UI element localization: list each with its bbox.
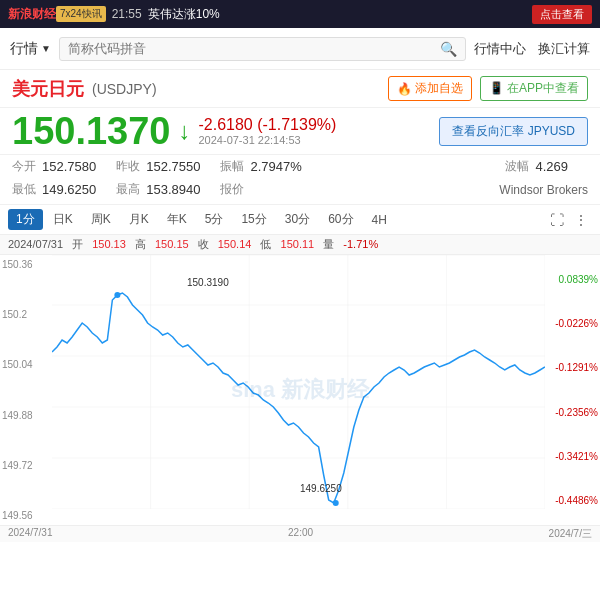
y-label-3: 150.04 <box>0 359 52 370</box>
chart-date: 2024/07/31 <box>8 238 63 250</box>
chart-close-val: 150.14 <box>218 238 252 250</box>
nav-links: 行情中心 换汇计算 <box>474 40 590 58</box>
stat-range: 振幅 2.7947% <box>220 158 301 175</box>
watchlist-label: 添加自选 <box>415 80 463 97</box>
price-left: 150.1370 ↓ -2.6180 (-1.7139%) 2024-07-31… <box>12 112 336 150</box>
prev-value: 152.7550 <box>146 159 200 174</box>
market-label: 行情 <box>10 40 38 58</box>
broker-name: Windsor Brokers <box>499 183 588 197</box>
reverse-rate-button[interactable]: 查看反向汇率 JPYUSD <box>439 117 588 146</box>
y-label-2: 150.2 <box>0 309 52 320</box>
chart-right-labels: 0.0839% -0.0226% -0.1291% -0.2356% -0.34… <box>545 255 600 525</box>
tf-yeark[interactable]: 年K <box>159 209 195 230</box>
tf-15min[interactable]: 15分 <box>233 209 274 230</box>
ticker-bar: 新浪财经 7x24快讯 21:55 英伟达涨10% 点击查看 <box>0 0 600 28</box>
open-label: 今开 <box>12 158 36 175</box>
stat-high: 最高 153.8940 <box>116 181 200 198</box>
x-label-1: 2024/7/31 <box>8 527 53 541</box>
tf-weekk[interactable]: 周K <box>83 209 119 230</box>
low-label: 最低 <box>12 181 36 198</box>
view-app-button[interactable]: 📱 在APP中查看 <box>480 76 588 101</box>
range-value: 2.7947% <box>250 159 301 174</box>
stat-open: 今开 152.7580 <box>12 158 96 175</box>
chart-high-label: 高 <box>135 238 146 250</box>
annotation-low: 149.6250 <box>300 483 342 494</box>
search-input[interactable] <box>68 41 440 56</box>
tf-1min[interactable]: 1分 <box>8 209 43 230</box>
ticker-cta-button[interactable]: 点击查看 <box>532 5 592 24</box>
y-label-1: 150.36 <box>0 259 52 270</box>
right-label-4: -0.2356% <box>545 407 600 418</box>
chart-open-val: 150.13 <box>92 238 126 250</box>
search-input-wrap: 🔍 <box>59 37 466 61</box>
ticker-badge: 7x24快讯 <box>56 6 106 22</box>
tf-60min[interactable]: 60分 <box>320 209 361 230</box>
chart-info-bar: 2024/07/31 开 150.13 高 150.15 收 150.14 低 … <box>0 235 600 255</box>
nav-market-center[interactable]: 行情中心 <box>474 40 526 58</box>
chart-low-val: 150.11 <box>281 238 315 250</box>
app-label: 在APP中查看 <box>507 81 579 95</box>
stat-prev: 昨收 152.7550 <box>116 158 200 175</box>
tf-5min[interactable]: 5分 <box>197 209 232 230</box>
svg-point-11 <box>114 292 120 298</box>
stats-row-2: 最低 149.6250 最高 153.8940 报价 Windsor Broke… <box>0 178 600 205</box>
high-value: 153.8940 <box>146 182 200 197</box>
logo-text: 新浪财经 <box>8 6 56 23</box>
high-label: 最高 <box>116 181 140 198</box>
currency-name: 美元日元 <box>12 77 84 101</box>
chart-container: 150.36 150.2 150.04 149.88 149.72 149.56 <box>0 255 600 525</box>
main-price: 150.1370 <box>12 112 171 150</box>
search-icon: 🔍 <box>440 41 457 57</box>
y-label-4: 149.88 <box>0 410 52 421</box>
more-options-icon[interactable]: ⋮ <box>570 210 592 230</box>
price-chart-svg <box>52 255 545 509</box>
prev-label: 昨收 <box>116 158 140 175</box>
search-bar: 行情 ▼ 🔍 行情中心 换汇计算 <box>0 28 600 70</box>
add-watchlist-button[interactable]: 🔥 添加自选 <box>388 76 472 101</box>
chart-open-label: 开 <box>72 238 83 250</box>
chart-svg-area: 150.3190 149.6250 <box>52 255 545 509</box>
right-label-1: 0.0839% <box>545 274 600 285</box>
chart-vol-val: -1.71% <box>343 238 378 250</box>
tf-dayk[interactable]: 日K <box>45 209 81 230</box>
wave-label: 波幅 <box>505 158 529 175</box>
fullscreen-icon[interactable]: ⛶ <box>546 210 568 230</box>
chart-close-label: 收 <box>198 238 209 250</box>
tf-30min[interactable]: 30分 <box>277 209 318 230</box>
svg-point-12 <box>333 500 339 506</box>
chart-vol-label: 量 <box>323 238 334 250</box>
stat-quote: 报价 <box>220 181 244 198</box>
ticker-news: 英伟达涨10% <box>148 6 220 23</box>
right-label-6: -0.4486% <box>545 495 600 506</box>
change-value: -2.6180 (-1.7139%) <box>199 116 337 134</box>
price-arrow-icon: ↓ <box>179 117 191 145</box>
stat-low: 最低 149.6250 <box>12 181 96 198</box>
market-dropdown[interactable]: 行情 ▼ <box>10 40 51 58</box>
currency-title: 美元日元 (USDJPY) <box>12 77 157 101</box>
annotation-high: 150.3190 <box>187 277 229 288</box>
right-label-2: -0.0226% <box>545 318 600 329</box>
fire-icon: 🔥 <box>397 82 412 96</box>
nav-exchange-calc[interactable]: 换汇计算 <box>538 40 590 58</box>
tf-monthk[interactable]: 月K <box>121 209 157 230</box>
chart-low-label: 低 <box>260 238 271 250</box>
chart-high-val: 150.15 <box>155 238 189 250</box>
stat-wave: 波幅 4.269 <box>505 158 568 175</box>
x-axis-bar: 2024/7/31 22:00 2024/7/三 <box>0 525 600 542</box>
right-label-5: -0.3421% <box>545 451 600 462</box>
chevron-down-icon: ▼ <box>41 43 51 54</box>
tf-4h[interactable]: 4H <box>364 211 395 229</box>
quote-label: 报价 <box>220 181 244 198</box>
low-value: 149.6250 <box>42 182 96 197</box>
right-label-3: -0.1291% <box>545 362 600 373</box>
currency-header: 美元日元 (USDJPY) 🔥 添加自选 📱 在APP中查看 <box>0 70 600 108</box>
y-label-6: 149.56 <box>0 510 52 521</box>
phone-icon: 📱 <box>489 81 504 95</box>
price-change: -2.6180 (-1.7139%) 2024-07-31 22:14:53 <box>199 116 337 146</box>
currency-code: (USDJPY) <box>92 81 157 97</box>
stats-row-1: 今开 152.7580 昨收 152.7550 振幅 2.7947% 波幅 4.… <box>0 154 600 178</box>
wave-value: 4.269 <box>535 159 568 174</box>
ticker-logo: 新浪财经 <box>8 6 56 23</box>
x-label-3: 22:00 <box>288 527 313 541</box>
chart-y-labels: 150.36 150.2 150.04 149.88 149.72 149.56 <box>0 255 52 525</box>
